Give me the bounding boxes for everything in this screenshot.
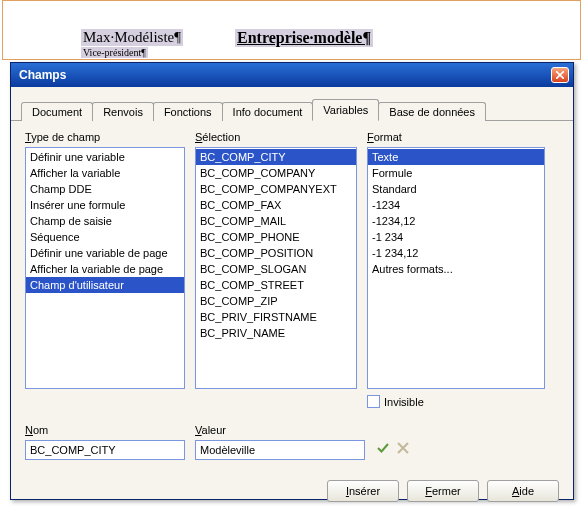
selection-item[interactable]: BC_COMP_ZIP	[196, 293, 356, 309]
tab-renvois[interactable]: Renvois	[92, 102, 154, 121]
selection-item[interactable]: BC_COMP_SLOGAN	[196, 261, 356, 277]
selection-item[interactable]: BC_COMP_PHONE	[196, 229, 356, 245]
selection-item[interactable]: BC_PRIV_FIRSTNAME	[196, 309, 356, 325]
fields-dialog: Champs Document Renvois Fonctions Info d…	[10, 62, 574, 500]
type-item[interactable]: Champ DDE	[26, 181, 184, 197]
doc-company: Entreprise·modèle¶	[235, 29, 373, 47]
type-item[interactable]: Afficher la variable de page	[26, 261, 184, 277]
doc-subtitle: Vice-président¶	[81, 47, 148, 58]
selection-item[interactable]: BC_COMP_STREET	[196, 277, 356, 293]
button-bar: Insérer Fermer Aide	[11, 470, 573, 502]
selection-item[interactable]: BC_COMP_COMPANYEXT	[196, 181, 356, 197]
tab-info-document[interactable]: Info document	[222, 102, 314, 121]
titlebar: Champs	[11, 63, 573, 87]
selection-label: Sélection	[195, 131, 357, 143]
tab-bar: Document Renvois Fonctions Info document…	[11, 87, 573, 121]
valeur-input[interactable]	[195, 440, 365, 460]
tab-variables[interactable]: Variables	[312, 99, 379, 121]
insert-button[interactable]: Insérer	[327, 480, 399, 502]
invisible-label: Invisible	[384, 396, 424, 408]
valeur-label: Valeur	[195, 424, 365, 436]
type-item[interactable]: Séquence	[26, 229, 184, 245]
format-label: Format	[367, 131, 545, 143]
selection-listbox[interactable]: BC_COMP_CITYBC_COMP_COMPANYBC_COMP_COMPA…	[195, 147, 357, 389]
help-button[interactable]: Aide	[487, 480, 559, 502]
type-listbox[interactable]: Définir une variableAfficher la variable…	[25, 147, 185, 389]
nom-label: Nom	[25, 424, 185, 436]
cross-icon	[397, 442, 409, 454]
format-item[interactable]: Formule	[368, 165, 544, 181]
nom-input[interactable]	[25, 440, 185, 460]
tab-base-de-donnees[interactable]: Base de données	[378, 102, 486, 121]
format-item[interactable]: Texte	[368, 149, 544, 165]
selection-item[interactable]: BC_COMP_FAX	[196, 197, 356, 213]
format-item[interactable]: -1234,12	[368, 213, 544, 229]
format-listbox[interactable]: TexteFormuleStandard-1234-1234,12-1 234-…	[367, 147, 545, 389]
selection-item[interactable]: BC_COMP_POSITION	[196, 245, 356, 261]
format-item[interactable]: Autres formats...	[368, 261, 544, 277]
tab-document[interactable]: Document	[21, 102, 93, 121]
format-item[interactable]: -1 234	[368, 229, 544, 245]
tab-fonctions[interactable]: Fonctions	[153, 102, 223, 121]
type-item[interactable]: Définir une variable de page	[26, 245, 184, 261]
format-item[interactable]: -1234	[368, 197, 544, 213]
close-icon	[556, 71, 564, 79]
check-icon	[376, 441, 390, 455]
selection-item[interactable]: BC_COMP_MAIL	[196, 213, 356, 229]
selection-item[interactable]: BC_COMP_CITY	[196, 149, 356, 165]
dialog-title: Champs	[19, 68, 66, 82]
delete-button[interactable]	[395, 440, 411, 456]
type-item[interactable]: Champ de saisie	[26, 213, 184, 229]
selection-item[interactable]: BC_PRIV_NAME	[196, 325, 356, 341]
close-button[interactable]	[551, 67, 569, 83]
type-label: Type de champ	[25, 131, 185, 143]
selection-item[interactable]: BC_COMP_COMPANY	[196, 165, 356, 181]
type-item[interactable]: Insérer une formule	[26, 197, 184, 213]
invisible-checkbox[interactable]	[367, 395, 380, 408]
apply-button[interactable]	[375, 440, 391, 456]
close-dialog-button[interactable]: Fermer	[407, 480, 479, 502]
format-item[interactable]: Standard	[368, 181, 544, 197]
doc-name: Max·Modéliste¶	[81, 29, 183, 46]
format-item[interactable]: -1 234,12	[368, 245, 544, 261]
type-item[interactable]: Champ d'utilisateur	[26, 277, 184, 293]
type-item[interactable]: Afficher la variable	[26, 165, 184, 181]
type-item[interactable]: Définir une variable	[26, 149, 184, 165]
